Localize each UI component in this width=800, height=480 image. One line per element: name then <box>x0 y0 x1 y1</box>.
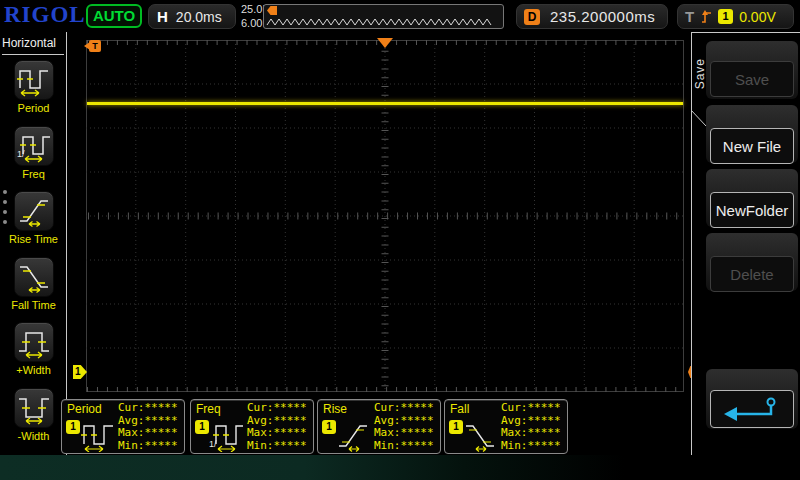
menu-item-label: Period <box>0 102 67 114</box>
menu-item-label: +Width <box>0 364 67 376</box>
menu-item-label: Rise Time <box>0 233 67 245</box>
delete-button[interactable]: Delete <box>710 256 794 292</box>
minus-width-icon <box>17 391 51 425</box>
rigol-logo: RIGOL <box>4 2 86 28</box>
menu-item-label: Freq <box>0 168 67 180</box>
delay-offset-box[interactable]: D 235.200000ms <box>516 4 668 29</box>
fall-time-icon <box>463 416 499 452</box>
preview-wave-icon <box>266 16 502 27</box>
menu-item-fall-time[interactable]: Fall Time <box>0 257 67 311</box>
period-icon <box>17 63 51 97</box>
measurement-panel-period[interactable]: Period 1 Cur:***** Avg:***** Max:***** M… <box>61 399 185 454</box>
rise-time-icon <box>17 194 51 228</box>
memory-waveform-preview[interactable] <box>263 4 504 29</box>
channel1-trace <box>87 102 683 105</box>
new-file-button[interactable]: New File <box>710 128 794 164</box>
trigger-offscreen-marker: T <box>84 40 101 52</box>
menu-item-label: -Width <box>0 430 67 442</box>
measurement-readings: Cur:***** Avg:***** Max:***** Min:***** <box>374 402 434 452</box>
menu-page-dots <box>3 190 8 230</box>
plus-width-icon <box>17 325 51 359</box>
measurement-readings: Cur:***** Avg:***** Max:***** Min:***** <box>118 402 178 452</box>
source-badge: 1 <box>449 420 463 434</box>
source-badge: 1 <box>195 420 209 434</box>
trigger-source-badge: 1 <box>718 9 733 24</box>
channel1-position-marker[interactable]: 1 <box>73 365 87 379</box>
measurement-panel-rise[interactable]: Rise 1 Cur:***** Avg:***** Max:***** Min… <box>317 399 441 454</box>
top-status-bar: RIGOL AUTO H 20.0ms 25.0MSa/s 6.00M pts … <box>0 0 800 32</box>
save-menu-tab: Save <box>693 58 707 89</box>
save-button[interactable]: Save <box>710 61 794 97</box>
svg-text:1/: 1/ <box>209 439 217 449</box>
left-menu-title: Horizontal <box>2 36 64 55</box>
left-measure-menu: Horizontal Period 1/ Freq Rise Time <box>0 32 67 455</box>
return-arrow-icon <box>721 395 783 423</box>
trigger-label: T <box>685 8 694 25</box>
save-tab-divider <box>691 110 707 127</box>
rising-edge-icon <box>700 9 712 24</box>
menu-item-freq[interactable]: 1/ Freq <box>0 126 67 180</box>
measurement-panel-fall[interactable]: Fall 1 Cur:***** Avg:***** Max:***** Min… <box>444 399 568 454</box>
freq-icon: 1/ <box>17 129 51 163</box>
fall-time-icon <box>17 260 51 294</box>
menu-item-label: Fall Time <box>0 299 67 311</box>
trigger-level-value: 0.00V <box>739 9 776 25</box>
measurement-readings: Cur:***** Avg:***** Max:***** Min:***** <box>501 402 561 452</box>
menu-item-minus-width[interactable]: -Width <box>0 388 67 442</box>
trigger-position-triangle-icon[interactable] <box>377 38 393 48</box>
svg-text:1/: 1/ <box>17 149 25 159</box>
measurement-readings: Cur:***** Avg:***** Max:***** Min:***** <box>247 402 307 452</box>
horizontal-scale-box[interactable]: H 20.0ms <box>148 4 236 29</box>
delay-badge: D <box>524 9 540 25</box>
freq-icon: 1/ <box>209 416 245 452</box>
rise-time-icon <box>336 416 372 452</box>
menu-item-period[interactable]: Period <box>0 60 67 114</box>
channel-status-bar: 1 18.2 V 2 5.00 V <box>0 455 800 480</box>
trigger-preview-marker-icon <box>267 6 277 15</box>
back-button[interactable] <box>710 390 794 428</box>
horizontal-label: H <box>157 8 168 25</box>
source-badge: 1 <box>322 420 336 434</box>
menu-item-plus-width[interactable]: +Width <box>0 322 67 376</box>
run-status-badge[interactable]: AUTO <box>86 4 142 28</box>
horizontal-scale-value: 20.0ms <box>176 9 222 25</box>
menu-item-rise-time[interactable]: Rise Time <box>0 191 67 245</box>
source-badge: 1 <box>66 420 80 434</box>
new-folder-button[interactable]: NewFolder <box>710 192 794 228</box>
trigger-info-box[interactable]: T 1 0.00V <box>677 4 794 29</box>
period-icon <box>80 416 116 452</box>
delay-value: 235.200000ms <box>550 8 655 25</box>
waveform-display[interactable]: T 1 <box>86 40 684 392</box>
measurement-panel-freq[interactable]: Freq 1 1/ Cur:***** Avg:***** Max:***** … <box>190 399 314 454</box>
graticule <box>86 40 684 392</box>
